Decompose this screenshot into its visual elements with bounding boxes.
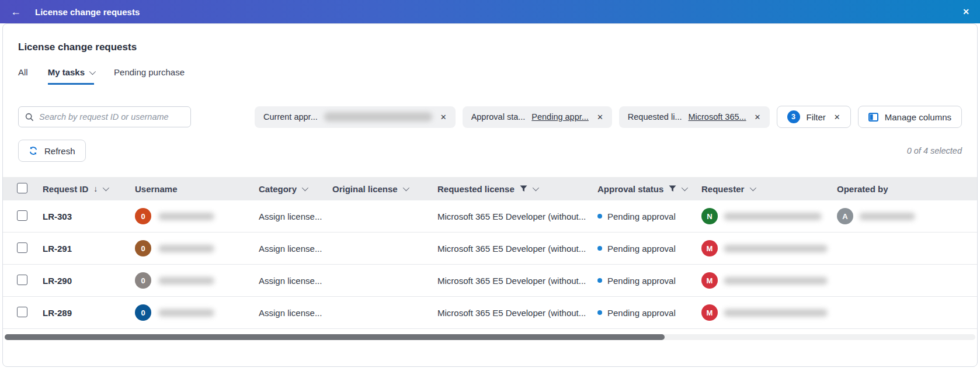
row-checkbox[interactable] — [17, 210, 27, 221]
operated-by-avatar: A — [837, 208, 853, 224]
redacted-requester — [724, 213, 822, 220]
filter-chip-requested-license[interactable]: Requested li... Microsoft 365... ✕ — [619, 106, 770, 128]
chevron-down-icon[interactable] — [89, 68, 96, 74]
back-arrow-icon[interactable]: ← — [11, 6, 21, 18]
request-id: LR-290 — [43, 276, 72, 286]
request-id: LR-303 — [43, 211, 72, 221]
redacted-requester — [724, 309, 828, 317]
chevron-down-icon[interactable] — [532, 185, 538, 191]
tab-bar: All My tasks Pending purchase — [18, 67, 962, 85]
redacted-requester — [724, 245, 828, 252]
sort-descending-icon[interactable]: ↓ — [93, 184, 98, 193]
approval-status-cell: Pending approval — [607, 244, 676, 254]
requester-avatar: M — [701, 240, 718, 256]
tab-pending-purchase[interactable]: Pending purchase — [114, 67, 185, 85]
approval-status-cell: Pending approval — [607, 308, 676, 318]
manage-columns-button[interactable]: Manage columns — [858, 106, 962, 128]
status-dot — [597, 278, 602, 283]
dialog-title: License change requests — [35, 7, 140, 17]
remove-filter-icon[interactable]: ✕ — [440, 113, 447, 122]
horizontal-scrollbar-thumb[interactable] — [5, 334, 665, 340]
redacted-chip-value — [324, 112, 432, 122]
filter-chip-approval-status[interactable]: Approval sta... Pending appr... ✕ — [463, 106, 612, 128]
chip-label: Current appr... — [263, 112, 318, 122]
horizontal-scrollbar-track[interactable] — [5, 334, 975, 340]
chip-value-link[interactable]: Microsoft 365... — [688, 112, 746, 122]
requested-license-cell: Microsoft 365 E5 Developer (without... — [437, 276, 586, 286]
search-box[interactable] — [18, 106, 191, 127]
select-all-checkbox[interactable] — [17, 183, 27, 193]
column-header-approval-status[interactable]: Approval status — [597, 184, 663, 194]
toolbar: Current appr... ✕ Approval sta... Pendin… — [18, 106, 962, 128]
search-input[interactable] — [39, 112, 184, 122]
refresh-label: Refresh — [44, 146, 75, 156]
status-dot — [597, 214, 602, 219]
chip-value-link[interactable]: Pending appr... — [531, 112, 589, 122]
tab-all[interactable]: All — [18, 67, 28, 85]
redacted-username — [158, 245, 214, 252]
requests-table: Request ID ↓ Username Category Original … — [3, 177, 977, 329]
user-avatar: 0 — [135, 304, 151, 321]
request-id: LR-291 — [43, 244, 72, 254]
page-title: License change requests — [18, 41, 962, 53]
tab-my-tasks[interactable]: My tasks — [48, 67, 94, 85]
redacted-username — [158, 213, 214, 220]
status-dot — [597, 246, 602, 251]
row-checkbox[interactable] — [17, 242, 27, 253]
tab-pending-purchase-label: Pending purchase — [114, 67, 185, 77]
chip-label: Requested li... — [628, 112, 682, 122]
redacted-username — [158, 309, 214, 317]
redacted-requester — [724, 277, 828, 285]
chevron-down-icon[interactable] — [103, 185, 109, 191]
table-row[interactable]: LR-290 0 Assign license... Microsoft 365… — [3, 265, 977, 297]
column-header-request-id[interactable]: Request ID — [43, 184, 88, 194]
filter-funnel-icon[interactable] — [520, 185, 527, 192]
chevron-down-icon[interactable] — [682, 185, 688, 191]
row-checkbox[interactable] — [17, 275, 27, 285]
close-icon[interactable]: ✕ — [962, 7, 969, 16]
user-avatar: 0 — [135, 272, 151, 289]
search-icon — [25, 113, 34, 122]
requester-avatar: M — [701, 272, 718, 289]
approval-status-cell: Pending approval — [607, 211, 676, 221]
row-checkbox[interactable] — [17, 307, 27, 317]
chip-label: Approval sta... — [471, 112, 526, 122]
license-change-requests-panel: License change requests All My tasks Pen… — [2, 23, 978, 367]
redacted-operated-by — [859, 213, 915, 220]
user-avatar: 0 — [135, 240, 151, 256]
filter-chip-group: Current appr... ✕ Approval sta... Pendin… — [255, 106, 962, 128]
requested-license-cell: Microsoft 365 E5 Developer (without... — [437, 244, 586, 254]
table-row[interactable]: LR-303 0 Assign license... Microsoft 365… — [3, 200, 977, 233]
remove-filter-icon[interactable]: ✕ — [597, 113, 603, 122]
table-row[interactable]: LR-289 0 Assign license... Microsoft 365… — [3, 297, 977, 329]
user-avatar: 0 — [135, 208, 151, 224]
chevron-down-icon[interactable] — [402, 185, 409, 191]
column-header-requested-license[interactable]: Requested license — [437, 184, 515, 194]
filter-chip-current-approver[interactable]: Current appr... ✕ — [255, 106, 456, 128]
category-cell: Assign license... — [259, 211, 322, 221]
requester-avatar: M — [701, 304, 718, 321]
remove-filter-icon[interactable]: ✕ — [755, 113, 761, 122]
toolbar-row-2: Refresh 0 of 4 selected — [18, 140, 962, 162]
column-header-operated-by[interactable]: Operated by — [837, 184, 888, 194]
chevron-down-icon[interactable] — [302, 185, 308, 191]
column-header-username[interactable]: Username — [135, 184, 178, 194]
requested-license-cell: Microsoft 365 E5 Developer (without... — [437, 308, 586, 318]
column-header-category[interactable]: Category — [259, 184, 297, 194]
columns-icon — [868, 113, 878, 122]
manage-columns-label: Manage columns — [885, 112, 951, 122]
refresh-button[interactable]: Refresh — [18, 140, 86, 162]
filter-funnel-icon[interactable] — [669, 185, 676, 192]
table-row[interactable]: LR-291 0 Assign license... Microsoft 365… — [3, 233, 977, 265]
chevron-down-icon[interactable] — [750, 185, 756, 191]
category-cell: Assign license... — [259, 308, 322, 318]
column-header-original-license[interactable]: Original license — [332, 184, 398, 194]
column-header-requester[interactable]: Requester — [701, 184, 744, 194]
approval-status-cell: Pending approval — [607, 276, 676, 286]
category-cell: Assign license... — [259, 276, 322, 286]
selection-summary: 0 of 4 selected — [907, 146, 962, 155]
filter-button-label: Filter — [807, 112, 826, 122]
clear-filters-icon[interactable]: ✕ — [834, 113, 840, 122]
filter-button[interactable]: 3 Filter ✕ — [777, 106, 851, 128]
tab-my-tasks-label: My tasks — [48, 67, 85, 77]
